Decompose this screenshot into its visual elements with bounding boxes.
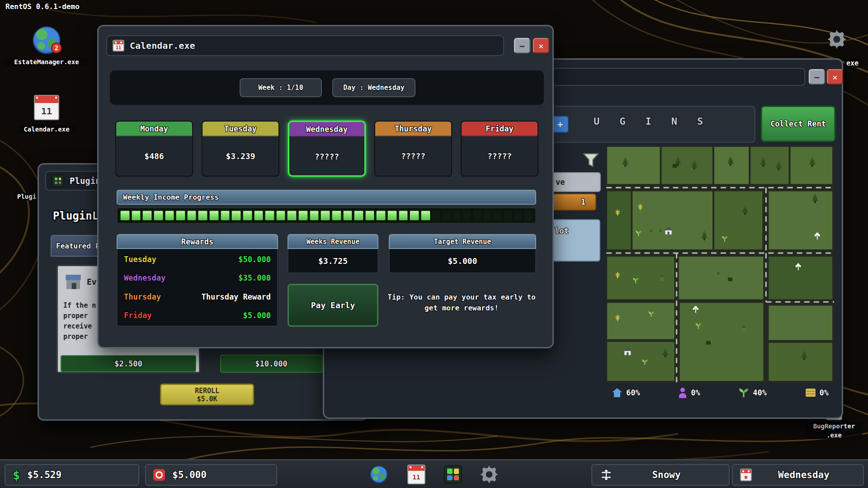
weeks-revenue-value: $3.725 xyxy=(288,249,378,273)
plugin-icon-label-fragment: Plugi xyxy=(15,192,38,201)
minimize-button[interactable]: – xyxy=(514,38,530,53)
slot-count-button[interactable]: 1 xyxy=(547,193,596,211)
slot-count-value: 1 xyxy=(581,197,585,206)
pay-early-button[interactable]: Pay Early xyxy=(288,284,378,327)
tax-icon xyxy=(153,469,165,481)
progress-segment xyxy=(442,211,451,221)
weather-value: Snowy xyxy=(612,469,721,480)
plugins-icon xyxy=(52,174,64,187)
os-brand: RentOS 0.6.1-demo xyxy=(5,2,80,11)
reward-value: $5.000 xyxy=(243,311,271,320)
day-card-monday[interactable]: Monday $486 xyxy=(115,121,193,177)
window-title: Calendar.exe xyxy=(130,40,195,51)
price-button[interactable]: $2.500 xyxy=(61,355,196,372)
progress-segment xyxy=(165,211,175,221)
icon-label: .exe xyxy=(806,431,862,439)
villager-icon xyxy=(678,387,687,398)
tab-letter: N xyxy=(671,116,677,127)
filter-funnel-icon[interactable] xyxy=(583,153,599,168)
stat-houses: 60% xyxy=(612,388,640,398)
add-plugin-icon[interactable]: + xyxy=(552,116,569,133)
reward-row: Wednesday $35.000 xyxy=(124,269,271,287)
day-name: Wednesday xyxy=(289,122,364,137)
progress-segment xyxy=(231,211,241,221)
day-name: Friday xyxy=(462,122,538,136)
settings-gear-icon[interactable] xyxy=(826,29,847,50)
money-value: $5.529 xyxy=(27,469,61,480)
day-value: $3.239 xyxy=(203,136,278,175)
dollar-icon: $ xyxy=(13,468,20,482)
hay-icon xyxy=(805,388,816,397)
day-card-tuesday[interactable]: Tuesday $3.239 xyxy=(202,121,279,177)
day-button[interactable]: Day : Wednesday xyxy=(332,78,415,97)
estate-stats-bar: 60% 0% 40% 0% xyxy=(606,384,834,402)
progress-segment xyxy=(453,211,461,221)
window-calendar[interactable]: 11 Calendar.exe – ✕ Week : 1/10 Day : We… xyxy=(97,25,554,348)
stat-plants: 40% xyxy=(738,387,767,398)
day-card-thursday[interactable]: Thursday ????? xyxy=(374,121,452,177)
target-revenue-value: $5.000 xyxy=(389,249,536,273)
progress-segment xyxy=(493,211,502,221)
weekday-display[interactable]: ▦ Wednesday xyxy=(732,464,864,486)
taskbar-globe-icon[interactable] xyxy=(370,465,388,483)
day-card-friday[interactable]: Friday ????? xyxy=(461,121,538,177)
exe-label-fragment: exe xyxy=(844,59,860,68)
day-value: ????? xyxy=(462,136,538,175)
tax-value: $5.000 xyxy=(172,469,207,480)
tab-letter: I xyxy=(646,116,651,127)
week-button[interactable]: Week : 1/10 xyxy=(240,78,322,97)
icon-estatemanager[interactable]: 2 EstateManager.exe xyxy=(5,26,89,66)
stat-value: 40% xyxy=(753,388,767,397)
calendar-icon: 11 xyxy=(113,40,124,52)
stat-value: 0% xyxy=(820,388,829,397)
desktop: RentOS 0.6.1-demo 2 EstateManager.exe 11… xyxy=(0,0,868,488)
taskbar-calendar-icon[interactable]: 11 xyxy=(407,465,425,484)
progress-segment xyxy=(154,211,163,221)
calendar-window-titlebar[interactable]: 11 Calendar.exe xyxy=(106,35,504,56)
progress-segment xyxy=(176,211,185,221)
tax-display[interactable]: $5.000 xyxy=(145,464,277,486)
progress-segment xyxy=(209,211,219,221)
tip-line: get more rewards! xyxy=(382,303,541,314)
reward-day: Tuesday xyxy=(124,255,156,264)
rewards-panel: Tuesday $50.000 Wednesday $35.000 Thursd… xyxy=(117,249,278,327)
collect-rent-button[interactable]: Collect Rent xyxy=(761,106,835,142)
day-value: ????? xyxy=(289,137,364,176)
progress-segment xyxy=(265,211,274,221)
estate-map[interactable] xyxy=(606,146,834,383)
icon-label: EstateManager.exe xyxy=(5,58,89,66)
progress-segment xyxy=(332,211,341,221)
progress-segment xyxy=(504,211,512,221)
close-button[interactable]: ✕ xyxy=(827,69,843,84)
taskbar-plugins-icon[interactable] xyxy=(444,465,462,483)
day-card-wednesday[interactable]: Wednesday ????? xyxy=(288,121,366,177)
icon-label: BugReporter xyxy=(806,422,862,430)
progress-segment xyxy=(421,211,430,221)
reroll-button[interactable]: REROLL $5.0K xyxy=(160,384,254,405)
icon-calendar[interactable]: 11 Calendar.exe xyxy=(18,95,75,133)
weather-display[interactable]: Snowy xyxy=(591,464,730,486)
minimize-button[interactable]: – xyxy=(809,69,825,84)
calendar-icon: 11 xyxy=(34,95,59,120)
second-price-button[interactable]: $10.000 xyxy=(220,355,322,373)
money-display[interactable]: $ $5.529 xyxy=(5,464,139,486)
taskbar-gear-icon[interactable] xyxy=(479,465,499,484)
progress-segment xyxy=(142,211,152,221)
close-button[interactable]: ✕ xyxy=(533,38,549,53)
plugins-tab-letters[interactable]: U G I N S xyxy=(594,116,703,127)
progress-segment xyxy=(462,211,471,221)
rewards-header: Rewards xyxy=(117,234,278,249)
day-value: ????? xyxy=(375,136,451,175)
stat-villagers: 0% xyxy=(678,387,700,398)
progress-segment xyxy=(254,211,264,221)
reward-row: Thursday Thursday Reward xyxy=(124,288,271,306)
tab-letter: G xyxy=(619,116,625,127)
day-name: Monday xyxy=(116,122,192,136)
reward-day: Thursday xyxy=(124,292,161,301)
progress-segment xyxy=(376,211,386,221)
progress-segment xyxy=(410,211,419,221)
card-description: If the n proper receive proper xyxy=(63,300,96,342)
progress-segment xyxy=(287,211,297,221)
progress-segment xyxy=(243,211,252,221)
progress-segment xyxy=(343,211,353,221)
